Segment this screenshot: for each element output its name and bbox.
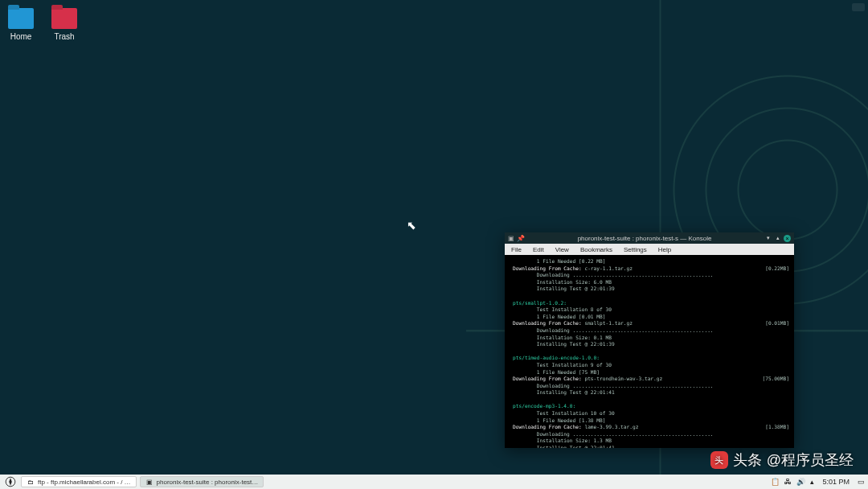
term-line: Installation Size: 1.3 MB bbox=[513, 438, 789, 445]
menu-edit[interactable]: Edit bbox=[533, 246, 544, 253]
term-line: Installation Size: 6.0 MB bbox=[513, 279, 789, 286]
show-desktop-icon[interactable]: ▭ bbox=[858, 478, 865, 486]
desktop-widget-handle[interactable] bbox=[852, 3, 865, 11]
desktop-icon-trash[interactable]: Trash bbox=[51, 8, 77, 41]
close-button[interactable]: × bbox=[784, 235, 791, 242]
watermark-prefix: 头条 bbox=[733, 450, 762, 470]
minimize-button[interactable]: ▾ bbox=[764, 235, 772, 242]
window-title: phoronix-test-suite : phoronix-test-s — … bbox=[528, 235, 761, 242]
taskbar: 🗀 ftp - ftp.michaellarabel.com - / … ▣ p… bbox=[0, 475, 868, 489]
term-line: 1 File Needed [1.38 MB] bbox=[513, 417, 789, 425]
menu-settings[interactable]: Settings bbox=[624, 246, 647, 253]
titlebar[interactable]: ▣ 📌 phoronix-test-suite : phoronix-test-… bbox=[505, 232, 794, 244]
clipboard-tray-icon[interactable]: 📋 bbox=[771, 478, 780, 486]
term-line: 1 File Needed [0.01 MB] bbox=[513, 314, 789, 321]
term-line: Installing Test @ 22:01:39 bbox=[513, 341, 789, 348]
desktop-icons-area: Home Trash bbox=[8, 8, 77, 41]
watermark-text: @程序员圣经 bbox=[767, 450, 854, 470]
term-line: Installing Test @ 22:01:39 bbox=[513, 286, 789, 293]
term-line: Test Installation 10 of 30 bbox=[513, 410, 789, 417]
term-line: Downloading From Cache: c-ray-1.1.tar.gz… bbox=[513, 265, 789, 273]
menu-file[interactable]: File bbox=[511, 246, 522, 253]
konsole-window[interactable]: ▣ 📌 phoronix-test-suite : phoronix-test-… bbox=[505, 232, 794, 448]
term-line: Downloading ............................… bbox=[513, 327, 789, 335]
cursor-icon: ⬉ bbox=[407, 219, 416, 232]
network-tray-icon[interactable]: 🖧 bbox=[784, 478, 792, 486]
term-line: 1 File Needed [75 MB] bbox=[513, 369, 789, 376]
pin-icon[interactable]: 📌 bbox=[517, 235, 525, 242]
term-header: pts/timed-audio-encode-1.0.0: bbox=[513, 355, 789, 362]
terminal-icon: ▣ bbox=[145, 478, 154, 486]
term-line: Downloading From Cache: pts-trondheim-wa… bbox=[513, 376, 789, 383]
taskbar-item-konsole[interactable]: ▣ phoronix-test-suite : phoronix-test… bbox=[140, 476, 264, 487]
taskbar-clock[interactable]: 5:01 PM bbox=[819, 478, 853, 486]
term-blank bbox=[513, 348, 789, 355]
start-menu-button[interactable] bbox=[3, 475, 18, 488]
tray-expand-icon[interactable]: ▴ bbox=[810, 478, 814, 486]
term-header: pts/encode-mp3-1.4.0: bbox=[513, 403, 789, 410]
menu-help[interactable]: Help bbox=[658, 246, 671, 253]
titlebar-left-icons: ▣ 📌 bbox=[508, 235, 525, 242]
term-line: Test Installation 8 of 30 bbox=[513, 306, 789, 314]
term-line: Downloading From Cache: smallpt-1.tar.gz… bbox=[513, 320, 789, 327]
folder-icon bbox=[8, 8, 34, 29]
term-line: Downloading ............................… bbox=[513, 431, 789, 438]
term-header: pts/smallpt-1.0.2: bbox=[513, 300, 789, 307]
app-icon: ▣ bbox=[508, 235, 514, 242]
icon-label: Home bbox=[10, 32, 32, 41]
volume-tray-icon[interactable]: 🔊 bbox=[796, 478, 805, 486]
watermark-logo-icon: 头 bbox=[710, 451, 728, 469]
watermark-overlay: 头 头条 @程序员圣经 bbox=[710, 450, 854, 470]
trash-icon bbox=[51, 8, 77, 29]
menubar: File Edit View Bookmarks Settings Help bbox=[505, 244, 794, 255]
term-line: Downloading From Cache: lame-3.99.3.tar.… bbox=[513, 424, 789, 431]
menu-view[interactable]: View bbox=[555, 246, 569, 253]
desktop-icon-home[interactable]: Home bbox=[8, 8, 34, 41]
menu-bookmarks[interactable]: Bookmarks bbox=[580, 246, 612, 253]
task-label: phoronix-test-suite : phoronix-test… bbox=[157, 479, 259, 486]
term-blank bbox=[513, 293, 789, 300]
term-line: Installation Size: 0.1 MB bbox=[513, 335, 789, 342]
term-line: 1 File Needed [0.22 MB] bbox=[513, 258, 789, 265]
file-manager-icon: 🗀 bbox=[27, 478, 35, 486]
terminal-output[interactable]: 1 File Needed [0.22 MB] Downloading From… bbox=[505, 255, 794, 448]
window-controls: ▾ ▴ × bbox=[764, 235, 791, 242]
start-logo-icon bbox=[5, 476, 16, 487]
term-line: Installing Test @ 22:01:41 bbox=[513, 445, 789, 448]
term-line: Test Installation 9 of 30 bbox=[513, 362, 789, 369]
maximize-button[interactable]: ▴ bbox=[774, 235, 781, 242]
system-tray: 📋 🖧 🔊 ▴ 5:01 PM ▭ bbox=[771, 478, 865, 486]
taskbar-item-dolphin[interactable]: 🗀 ftp - ftp.michaellarabel.com - / … bbox=[21, 476, 137, 487]
term-line: Installing Test @ 22:01:41 bbox=[513, 389, 789, 397]
task-label: ftp - ftp.michaellarabel.com - / … bbox=[38, 479, 131, 486]
icon-label: Trash bbox=[54, 32, 74, 41]
term-line: Downloading ............................… bbox=[513, 383, 789, 390]
term-line: Downloading ............................… bbox=[513, 272, 789, 279]
term-blank bbox=[513, 397, 789, 404]
